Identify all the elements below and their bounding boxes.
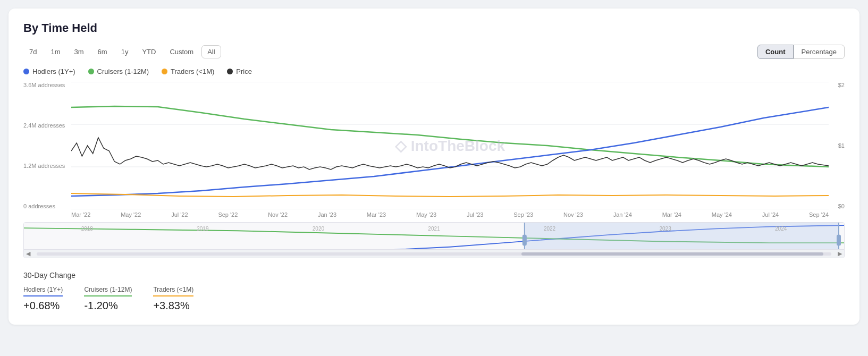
filter-6m[interactable]: 6m [92,45,113,58]
chart-svg-wrapper: ◇ IntoTheBlock [71,82,829,209]
svg-rect-8 [523,235,527,245]
y-label-bottom: 0 addresses [23,203,65,209]
x-label-12: Jan '24 [613,211,632,218]
y-axis-right: $2 $1 $0 [838,82,845,209]
x-label-14: May '24 [712,211,732,218]
filter-1y[interactable]: 1y [115,45,134,58]
legend-cruisers: Cruisers (1-12M) [88,67,149,75]
change-section: 30-Day Change Hodlers (1Y+) +0.68% Cruis… [23,271,845,312]
x-label-15: Jul '24 [762,211,779,218]
view-count-button[interactable]: Count [757,45,794,59]
main-chart-svg [71,82,829,209]
view-toggle: Count Percentage [757,45,845,59]
scroll-left-arrow[interactable]: ◀ [24,250,32,257]
hodlers-change-value: +0.68% [23,300,63,312]
change-item-hodlers: Hodlers (1Y+) +0.68% [23,286,63,312]
traders-underline [153,295,193,296]
x-label-4: Sep '22 [218,211,238,218]
mini-label-2019: 2019 [197,226,208,232]
filter-ytd[interactable]: YTD [136,45,162,58]
minimap-scrollbar[interactable]: ◀ ▶ [24,249,844,258]
hodlers-underline [23,295,63,296]
cruisers-label: Cruisers (1-12M) [97,67,149,75]
y-axis-left: 3.6M addresses 2.4M addresses 1.2M addre… [23,82,65,209]
traders-change-value: +3.83% [153,300,193,312]
filter-3m[interactable]: 3m [69,45,90,58]
filter-custom[interactable]: Custom [164,45,199,58]
main-chart: 3.6M addresses 2.4M addresses 1.2M addre… [23,82,845,209]
legend-hodlers: Hodlers (1Y+) [23,67,75,75]
mini-label-2022: 2022 [544,226,555,232]
traders-dot [162,69,167,74]
change-cruisers-label: Cruisers (1-12M) [84,286,132,293]
x-label-11: Nov '23 [563,211,583,218]
change-traders-label: Traders (<1M) [153,286,193,293]
change-item-cruisers: Cruisers (1-12M) -1.20% [84,286,132,312]
hodlers-label: Hodlers (1Y+) [32,67,75,75]
x-axis-labels: Mar '22 May '22 Jul '22 Sep '22 Nov '22 … [23,209,845,218]
filter-7d[interactable]: 7d [23,45,43,58]
x-label-2: May '22 [121,211,141,218]
time-filter-group: 7d 1m 3m 6m 1y YTD Custom All [23,45,221,58]
x-label-10: Sep '23 [513,211,533,218]
cruisers-dot [88,69,94,74]
minimap-labels: 2018 2019 2020 2021 2022 2023 2024 [24,226,844,232]
change-title: 30-Day Change [23,271,845,279]
legend: Hodlers (1Y+) Cruisers (1-12M) Traders (… [23,67,845,75]
svg-rect-9 [837,235,841,245]
toolbar: 7d 1m 3m 6m 1y YTD Custom All Count Perc… [23,45,845,59]
y-label-3: 1.2M addresses [23,163,65,169]
scroll-thumb[interactable] [521,252,823,256]
legend-traders: Traders (<1M) [162,67,214,75]
x-label-7: Mar '23 [367,211,386,218]
x-label-1: Mar '22 [71,211,90,218]
x-label-6: Jan '23 [318,211,336,218]
filter-1m[interactable]: 1m [45,45,66,58]
price-dot [227,69,233,74]
price-label: Price [236,67,252,75]
change-items: Hodlers (1Y+) +0.68% Cruisers (1-12M) -1… [23,286,845,312]
page-title: By Time Held [23,21,845,35]
main-card: By Time Held 7d 1m 3m 6m 1y YTD Custom A… [9,9,859,325]
cruisers-underline [84,295,132,296]
traders-label: Traders (<1M) [171,67,214,75]
x-label-13: Mar '24 [662,211,681,218]
hodlers-dot [23,69,29,74]
minimap-area[interactable]: 2018 2019 2020 2021 2022 2023 2024 ◀ ▶ [23,222,845,258]
legend-price: Price [227,67,252,75]
change-hodlers-label: Hodlers (1Y+) [23,286,63,293]
scroll-track[interactable] [37,252,831,256]
y-label-top: 3.6M addresses [23,82,65,88]
x-label-9: Jul '23 [467,211,483,218]
x-label-8: May '23 [416,211,436,218]
filter-all[interactable]: All [201,45,221,58]
mini-label-2021: 2021 [428,226,440,232]
x-label-16: Sep '24 [809,211,829,218]
mini-label-2018: 2018 [81,226,93,232]
mini-label-2023: 2023 [659,226,671,232]
mini-label-2024: 2024 [775,226,787,232]
mini-label-2020: 2020 [313,226,324,232]
y-right-bottom: $0 [838,203,845,209]
cruisers-change-value: -1.20% [84,300,132,312]
change-item-traders: Traders (<1M) +3.83% [153,286,193,312]
y-right-top: $2 [838,82,845,88]
chart-area: 3.6M addresses 2.4M addresses 1.2M addre… [23,82,845,258]
x-label-5: Nov '22 [268,211,288,218]
y-label-2: 2.4M addresses [23,122,65,129]
scroll-right-arrow[interactable]: ▶ [836,250,844,257]
view-percentage-button[interactable]: Percentage [794,45,845,59]
x-label-3: Jul '22 [171,211,188,218]
y-right-mid: $1 [838,142,845,149]
